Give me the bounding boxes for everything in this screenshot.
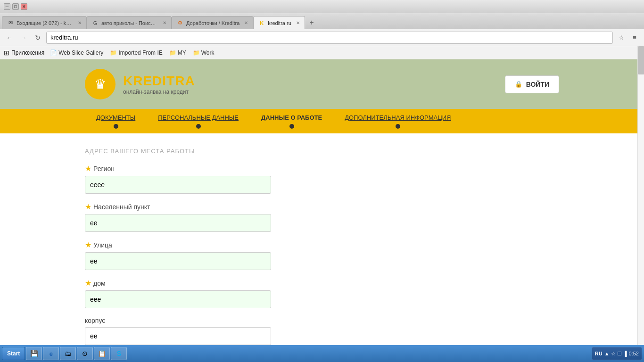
maximize-btn[interactable]: □ — [12, 3, 19, 10]
lock-icon: 🔒 — [515, 81, 522, 88]
chrome-icon: ⊙ — [80, 349, 90, 358]
taskbar-folder-icon[interactable]: 💾 — [26, 347, 42, 360]
input-city[interactable] — [85, 214, 271, 232]
tab-4[interactable]: K kreditra.ru ✕ — [253, 16, 305, 29]
login-label: ВОЙТИ — [526, 81, 549, 88]
start-button[interactable]: Start — [2, 347, 25, 360]
scrollbar-track[interactable] — [637, 46, 644, 345]
field-city-label: ★ Населенный пункт — [85, 202, 559, 211]
apps-label: Приложения — [11, 49, 44, 56]
nav-tab-documents-dot — [114, 124, 118, 129]
nav-tab-documents-label: ДОКУМЕНТЫ — [96, 114, 135, 122]
input-region[interactable] — [85, 176, 271, 194]
bm-work[interactable]: 📁 Work — [190, 49, 217, 57]
logo-circle: ♛ — [85, 69, 116, 99]
skype-icon: S — [114, 349, 124, 358]
tab-2-close[interactable]: ✕ — [163, 20, 166, 25]
forward-btn[interactable]: → — [18, 32, 29, 43]
form-content: АДРЕС ВАШЕГО МЕСТА РАБОТЫ ★ Регион ★ Нас… — [0, 133, 644, 345]
taskman-icon: 🗂 — [63, 349, 73, 358]
tab-4-title: kreditra.ru — [268, 20, 291, 26]
input-house[interactable] — [85, 290, 271, 308]
tab-3-close[interactable]: ✕ — [244, 20, 248, 25]
nav-tab-work-label: ДАННЫЕ О РАБОТЕ — [261, 114, 322, 122]
address-bar: ← → ↻ ☆ ≡ — [0, 29, 644, 46]
tray-icons: ▲ ☆ ☐ ▐ — [604, 351, 627, 357]
logo-symbol: ♛ — [94, 76, 106, 92]
nav-tab-documents[interactable]: ДОКУМЕНТЫ — [85, 109, 147, 133]
required-star-house: ★ — [85, 279, 91, 288]
input-korpus[interactable] — [85, 327, 271, 345]
back-btn[interactable]: ← — [4, 32, 15, 43]
tab-2[interactable]: G авто приколы - Поиск в Go... ✕ — [87, 16, 172, 29]
menu-icon[interactable]: ≡ — [629, 32, 640, 43]
bm-my[interactable]: 📁 MY — [166, 49, 189, 57]
tab-3[interactable]: ⚙ Доработочки / Kreditra ✕ — [172, 16, 253, 29]
field-region-label: ★ Регион — [85, 164, 559, 173]
nav-tab-personal[interactable]: ПЕРСОНАЛЬНЫЕ ДАННЫЕ — [147, 109, 250, 133]
tab-4-close[interactable]: ✕ — [296, 20, 300, 25]
bm-web-slice[interactable]: 📄 Web Slice Gallery — [47, 49, 106, 57]
web-slice-icon: 📄 — [50, 49, 57, 56]
brand-name: KREDITRA — [123, 74, 195, 89]
scrollbar-thumb[interactable] — [638, 46, 644, 74]
reload-btn[interactable]: ↻ — [32, 32, 43, 43]
folder-icon: 💾 — [29, 349, 39, 358]
field-street-label: ★ Улица — [85, 240, 559, 249]
section-title: АДРЕС ВАШЕГО МЕСТА РАБОТЫ — [85, 148, 559, 155]
tray-time: 0:52 — [629, 351, 639, 356]
field-region: ★ Регион — [85, 164, 559, 194]
ie-icon: e — [46, 349, 56, 358]
required-star-region: ★ — [85, 164, 91, 173]
minimize-btn[interactable]: ─ — [4, 3, 10, 10]
work-folder-icon: 📁 — [193, 49, 200, 56]
tab-2-icon: G — [92, 20, 99, 26]
brand-tagline: онлайн-заявка на кредит — [123, 89, 195, 95]
taskbar-ie-icon[interactable]: e — [43, 347, 59, 360]
nav-tab-personal-dot — [196, 124, 201, 129]
nav-tabs: ДОКУМЕНТЫ ПЕРСОНАЛЬНЫЕ ДАННЫЕ ДАННЫЕ О Р… — [0, 109, 644, 133]
tab-1-close[interactable]: ✕ — [78, 20, 82, 25]
site-header: ♛ KREDITRA онлайн-заявка на кредит 🔒 ВОЙ… — [0, 59, 644, 109]
system-tray: RU ▲ ☆ ☐ ▐ 0:52 — [592, 347, 642, 360]
input-street[interactable] — [85, 252, 271, 270]
tab-1-title: Входящие (2 072) - kosty... — [17, 20, 73, 26]
taskbar-taskman-icon[interactable]: 🗂 — [60, 347, 76, 360]
apps-grid-icon: ⊞ — [4, 49, 9, 57]
logo-text: KREDITRA онлайн-заявка на кредит — [123, 74, 195, 95]
bm-my-label: MY — [178, 49, 186, 56]
nav-tab-work-dot — [289, 124, 294, 129]
taskbar-chrome-icon[interactable]: ⊙ — [77, 347, 93, 360]
taskbar: Start 💾 e 🗂 ⊙ 📋 S RU ▲ ☆ ☐ ▐ 0:52 — [0, 345, 644, 362]
bm-imported[interactable]: 📁 Imported From IE — [107, 49, 165, 57]
nav-tab-extra[interactable]: ДОПОЛНИТЕЛЬНАЯ ИНФОРМАЦИЯ — [333, 109, 462, 133]
tab-2-title: авто приколы - Поиск в Go... — [101, 20, 158, 26]
browser-content: ♛ KREDITRA онлайн-заявка на кредит 🔒 ВОЙ… — [0, 59, 644, 345]
tab-4-icon: K — [258, 20, 265, 26]
taskbar-item-2[interactable]: 📋 — [94, 347, 110, 360]
imported-folder-icon: 📁 — [110, 49, 117, 56]
nav-icons: ☆ ≡ — [616, 32, 640, 43]
field-korpus: корпус — [85, 317, 559, 345]
tab-1[interactable]: ✉ Входящие (2 072) - kosty... ✕ — [2, 16, 87, 29]
bm-imported-label: Imported From IE — [118, 49, 162, 56]
tab-1-icon: ✉ — [7, 20, 14, 26]
bm-work-label: Work — [201, 49, 215, 56]
close-btn[interactable]: ✕ — [21, 3, 27, 10]
titlebar: ─ □ ✕ — [0, 0, 644, 13]
taskbar-icon-2: 📋 — [97, 349, 107, 358]
new-tab-btn[interactable]: + — [305, 16, 318, 29]
required-star-city: ★ — [85, 202, 91, 211]
nav-tab-work[interactable]: ДАННЫЕ О РАБОТЕ — [250, 109, 333, 133]
brand-start: KREDIT — [123, 74, 175, 88]
window-controls[interactable]: ─ □ ✕ — [4, 3, 27, 10]
nav-tab-personal-label: ПЕРСОНАЛЬНЫЕ ДАННЫЕ — [158, 114, 239, 122]
url-input[interactable] — [46, 32, 613, 44]
bookmarks-bar: ⊞ Приложения 📄 Web Slice Gallery 📁 Impor… — [0, 46, 644, 59]
apps-bookmark[interactable]: ⊞ Приложения — [4, 49, 44, 57]
required-star-street: ★ — [85, 240, 91, 249]
tab-bar: ✉ Входящие (2 072) - kosty... ✕ G авто п… — [0, 13, 644, 29]
login-button[interactable]: 🔒 ВОЙТИ — [505, 75, 559, 93]
taskbar-skype-icon[interactable]: S — [111, 347, 127, 360]
bookmark-star-icon[interactable]: ☆ — [616, 32, 627, 43]
